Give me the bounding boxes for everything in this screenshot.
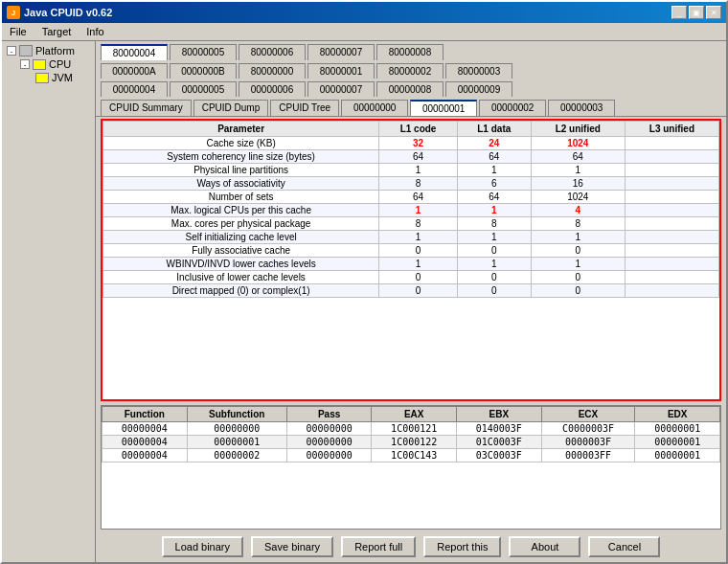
tab-00000009[interactable]: 00000009 [445, 81, 512, 97]
tab-80000006[interactable]: 80000006 [239, 44, 306, 60]
cache-cell-5-3: 4 [531, 204, 625, 217]
cache-cell-3-2: 6 [457, 177, 531, 191]
cache-cell-9-3: 1 [531, 258, 625, 271]
lower-col-ebx: EBX [456, 407, 541, 422]
cancel-button[interactable]: Cancel [588, 536, 660, 557]
cache-cell-3-0: Ways of associativity [103, 177, 379, 191]
tab-00000006[interactable]: 00000006 [239, 81, 306, 97]
cache-cell-4-2: 64 [457, 191, 531, 204]
table-row: Direct mapped (0) or complex(1)000 [103, 284, 719, 298]
about-button[interactable]: About [509, 536, 580, 557]
table-row: WBINVD/INVD lower caches levels111 [103, 258, 719, 271]
list-item: 0000000400000002000000001C00C14303C0003F… [102, 449, 720, 462]
lower-cell-1-5: 0000003F [541, 436, 635, 449]
lower-col-pass: Pass [286, 407, 372, 422]
table-row: Inclusive of lower cache levels000 [103, 271, 719, 284]
tab-80000005[interactable]: 80000005 [170, 44, 237, 60]
cache-cell-5-0: Max. logical CPUs per this cache [103, 204, 379, 217]
lower-col-function: Function [102, 407, 188, 422]
minimize-button[interactable]: _ [671, 6, 687, 19]
tab-80000007[interactable]: 80000007 [307, 44, 375, 60]
restore-button[interactable]: ▣ [689, 6, 704, 19]
cache-cell-4-0: Number of sets [103, 191, 379, 204]
cache-cell-3-1: 8 [379, 177, 458, 191]
cache-cell-2-1: 1 [379, 164, 458, 177]
list-item: 0000000400000000000000001C0001210140003F… [102, 422, 720, 436]
tab-80000008[interactable]: 80000008 [376, 44, 444, 60]
cache-cell-8-4 [625, 244, 718, 258]
cpu-label: CPU [49, 58, 71, 70]
tab-80000000[interactable]: 80000000 [239, 63, 306, 79]
lower-cell-1-1: 00000001 [187, 436, 286, 449]
menu-info[interactable]: Info [83, 25, 106, 38]
sidebar-item-jvm[interactable]: JVM [34, 71, 92, 84]
main-tabs-row: CPUID Summary CPUID Dump CPUID Tree 0000… [96, 97, 726, 117]
sidebar-item-platform[interactable]: - Platform [5, 44, 92, 57]
cache-cell-2-0: Physical line partitions [103, 164, 379, 177]
tabs-row-3: 00000004 00000005 00000006 00000007 0000… [96, 79, 726, 97]
lower-panel: Function Subfunction Pass EAX EBX ECX ED… [101, 405, 721, 530]
cache-cell-5-4 [625, 204, 718, 217]
tab-00000004[interactable]: 00000004 [101, 81, 168, 97]
tab-00000008[interactable]: 00000008 [376, 81, 444, 97]
tab-00000002[interactable]: 00000002 [479, 100, 546, 116]
table-row: Max. logical CPUs per this cache114 [103, 204, 719, 217]
cache-cell-2-4 [625, 164, 718, 177]
lower-cell-1-4: 01C0003F [456, 436, 541, 449]
cache-cell-1-2: 64 [457, 150, 531, 164]
platform-label: Platform [35, 45, 75, 56]
expand-platform-icon[interactable]: - [7, 46, 16, 56]
cache-cell-10-4 [625, 271, 718, 284]
tab-80000002[interactable]: 80000002 [376, 63, 444, 79]
cache-cell-4-1: 64 [379, 191, 458, 204]
cpu-folder-icon [33, 59, 46, 70]
tab-00000007[interactable]: 00000007 [307, 81, 375, 97]
title-bar-left: J Java CPUID v0.62 [7, 6, 112, 19]
cache-cell-6-2: 8 [457, 217, 531, 231]
lower-col-ecx: ECX [541, 407, 635, 422]
window-title: Java CPUID v0.62 [24, 7, 112, 18]
tab-cpuid-summary[interactable]: CPUID Summary [101, 100, 192, 116]
tabs-row-2: 0000000A 0000000B 80000000 80000001 8000… [96, 60, 726, 79]
cache-cell-1-4 [625, 150, 718, 164]
col-header-l1code: L1 code [379, 122, 458, 137]
lower-col-edx: EDX [635, 407, 720, 422]
tab-cpuid-tree[interactable]: CPUID Tree [270, 100, 339, 116]
list-item: 0000000400000001000000001C00012201C0003F… [102, 436, 720, 449]
cache-cell-11-3: 0 [531, 284, 625, 298]
col-header-l3: L3 unified [625, 122, 718, 137]
tab-0000000A[interactable]: 0000000A [101, 63, 168, 79]
lower-cell-0-4: 0140003F [456, 422, 541, 436]
report-full-button[interactable]: Report full [341, 536, 416, 557]
load-binary-button[interactable]: Load binary [162, 536, 244, 557]
main-content: - Platform - CPU JVM [2, 41, 726, 562]
tab-00000003[interactable]: 00000003 [548, 100, 615, 116]
sidebar-item-cpu[interactable]: - CPU [18, 57, 92, 71]
tab-00000000[interactable]: 00000000 [341, 100, 408, 116]
cache-cell-6-3: 8 [531, 217, 625, 231]
table-row: Physical line partitions111 [103, 164, 719, 177]
content-area: Parameter L1 code L1 data L2 unified L3 … [101, 119, 721, 401]
cache-cell-0-0: Cache size (KB) [103, 137, 379, 150]
cache-cell-11-2: 0 [457, 284, 531, 298]
tab-80000001[interactable]: 80000001 [307, 63, 375, 79]
save-binary-button[interactable]: Save binary [251, 536, 333, 557]
lower-cell-2-1: 00000002 [187, 449, 286, 462]
cache-cell-9-1: 1 [379, 258, 458, 271]
tab-00000005[interactable]: 00000005 [170, 81, 237, 97]
tab-00000001[interactable]: 00000001 [410, 100, 477, 116]
table-row: Max. cores per physical package888 [103, 217, 719, 231]
tab-80000004[interactable]: 80000004 [101, 44, 168, 60]
cache-cell-5-2: 1 [457, 204, 531, 217]
expand-cpu-icon[interactable]: - [20, 59, 30, 69]
tab-80000003[interactable]: 80000003 [445, 63, 512, 79]
tab-cpuid-dump[interactable]: CPUID Dump [193, 100, 269, 116]
lower-cell-2-0: 00000004 [102, 449, 188, 462]
tab-0000000B[interactable]: 0000000B [170, 63, 237, 79]
close-button[interactable]: ✕ [706, 6, 721, 19]
menu-target[interactable]: Target [39, 25, 75, 38]
col-header-parameter: Parameter [103, 122, 379, 137]
menu-file[interactable]: File [7, 25, 30, 38]
report-this-button[interactable]: Report this [423, 536, 501, 557]
cache-cell-9-0: WBINVD/INVD lower caches levels [103, 258, 379, 271]
